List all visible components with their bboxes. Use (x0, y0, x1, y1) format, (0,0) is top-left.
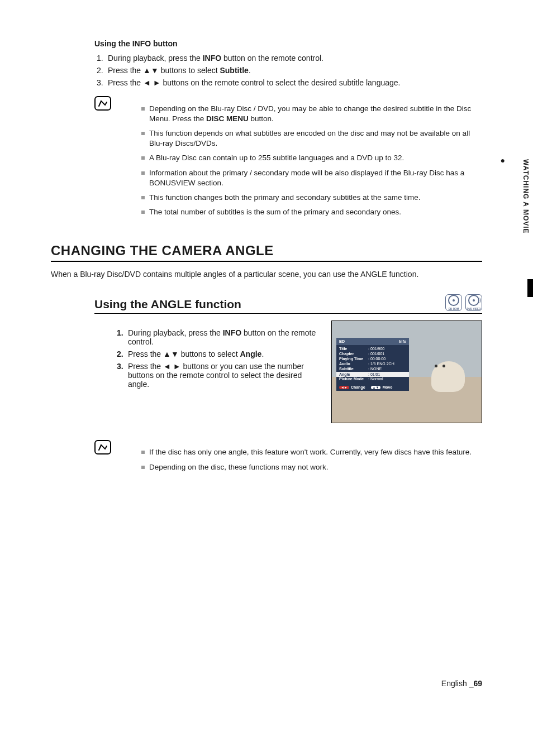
page-number: 69 (473, 679, 482, 688)
note-item: A Blu-ray Disc can contain up to 255 sub… (141, 153, 482, 163)
osd-row-subtitle: SubtitleNONE (339, 367, 406, 371)
note-item: Depending on the Blu-ray Disc / DVD, you… (141, 104, 482, 124)
dvd-video-icon: DVD-VIDEO (465, 294, 482, 311)
bd-rom-icon: BD-ROM (445, 294, 462, 311)
note-icon (94, 440, 111, 454)
step-item: 1.During playback, press the INFO button… (117, 328, 320, 346)
angle-notes-list: If the disc has only one angle, this fea… (119, 447, 482, 476)
note-icon (94, 96, 111, 111)
osd-row-playing-time: Playing Time00:00:00 (339, 357, 406, 361)
page-footer: English _69 (441, 679, 482, 688)
osd-head-left: BD (339, 339, 345, 343)
step-item: 2.Press the ▲▼ buttons to select Subtitl… (97, 66, 482, 75)
info-button-subhead: Using the INFO button (94, 39, 482, 48)
step-item: 2.Press the ▲▼ buttons to select Angle. (117, 350, 320, 358)
osd-row-chapter: Chapter001/001 (339, 352, 406, 356)
note-item: This function changes both the primary a… (141, 193, 482, 203)
osd-foot-change: ◄►Change (339, 385, 365, 389)
changing-camera-angle-heading: CHANGING THE CAMERA ANGLE (51, 243, 482, 262)
osd-row-title: Title001/900 (339, 347, 406, 351)
note-item: This function depends on what subtitles … (141, 128, 482, 149)
step-item: 3.Press the ◄ ► buttons on the remote co… (97, 78, 482, 87)
info-steps-list: 1.During playback, press the INFO button… (94, 54, 482, 87)
note-item: Information about the primary / secondar… (141, 168, 482, 188)
info-osd-panel: BD Info Title001/900Chapter001/001Playin… (336, 338, 409, 391)
puppy-image (431, 361, 465, 392)
side-tab-label: WATCHING A MOVIE (518, 154, 533, 240)
info-notes-list: Depending on the Blu-ray Disc / DVD, you… (119, 104, 482, 222)
step-item: 3.Press the ◄ ► buttons or you can use t… (117, 362, 320, 389)
osd-head-right: Info (399, 339, 406, 343)
note-item: Depending on the disc, these functions m… (141, 462, 482, 472)
step-item: 1.During playback, press the INFO button… (97, 54, 482, 63)
angle-steps-list: 1.During playback, press the INFO button… (94, 328, 320, 415)
angle-osd-screenshot: BD Info Title001/900Chapter001/001Playin… (331, 320, 482, 423)
side-tab-bullet: ● (501, 156, 505, 165)
note-item: If the disc has only one angle, this fea… (141, 447, 482, 457)
footer-language: English (441, 679, 467, 688)
note-item: The total number of subtitles is the sum… (141, 207, 482, 217)
using-angle-function-heading: Using the ANGLE function (94, 298, 241, 311)
side-tab-marker (527, 279, 533, 297)
osd-foot-move: ▲▼Move (371, 385, 393, 389)
disc-compat-icons: BD-ROM DVD-VIDEO (445, 294, 482, 311)
osd-row-angle: Angle01/01 (336, 372, 409, 377)
osd-row-audio: Audio1/6 ENG 2CH (339, 362, 406, 366)
osd-row-picture-mode: Picture ModeNormal (339, 377, 406, 381)
camera-angle-lead: When a Blu-ray Disc/DVD contains multipl… (51, 270, 482, 279)
